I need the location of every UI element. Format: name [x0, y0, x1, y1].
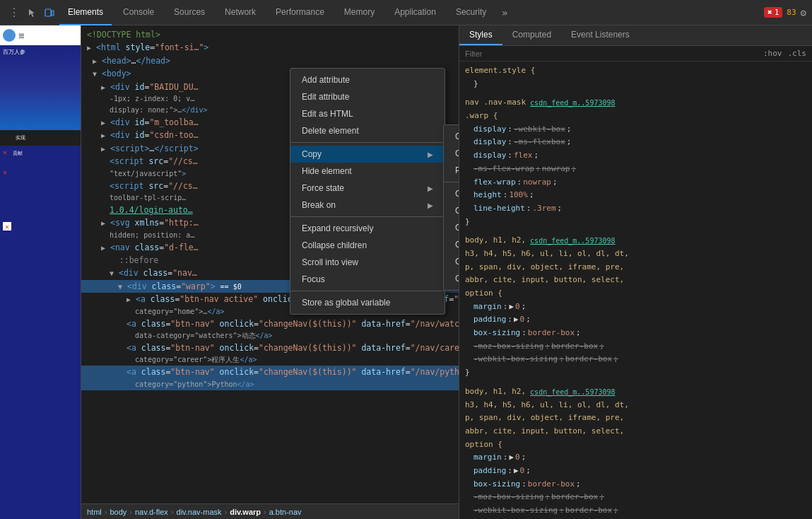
filter-cls-button[interactable]: .cls [788, 49, 807, 58]
tab-security[interactable]: Security [447, 0, 495, 25]
menu-expand-recursively[interactable]: Expand recursively [290, 220, 445, 237]
style-moz-box-sizing-2: -moz-box-sizing [465, 491, 543, 504]
filter-input[interactable] [465, 49, 758, 58]
breadcrumb-div-warp[interactable]: div.warp [230, 508, 261, 516]
menu-force-state[interactable]: Force state ▶ [290, 180, 445, 197]
device-icon[interactable] [42, 6, 57, 20]
dom-line: category="career">程序人生</a> [81, 354, 459, 366]
style-val-padding-2: 0 [520, 465, 525, 478]
tab-elements[interactable]: Elements [59, 0, 112, 25]
menu-scroll-into-view[interactable]: Scroll into view [290, 254, 445, 271]
warp-selector: .warp { [465, 110, 498, 123]
style-val-padding-1: 0 [520, 313, 525, 327]
submenu-copy: Cut element Copy element Paste element C… [443, 124, 459, 291]
main-layout: ≡ 百万人参 ✕ 实现 ✕ 贡献 ✕ <!DOCTYPE html> [0, 25, 812, 519]
style-val-margin-1: 0 [515, 301, 520, 314]
error-count: 1 [775, 8, 779, 17]
menu-focus[interactable]: Focus [290, 271, 445, 288]
menu-delete-element[interactable]: Delete element [290, 122, 445, 139]
dom-line: ▶ <head>…</head> [81, 54, 459, 67]
style-val-nowrap: nowrap [523, 176, 551, 189]
style-box-sizing-2: box-sizing [465, 478, 520, 491]
submenu-copy-full-xpath[interactable]: Copy full XPath [444, 270, 459, 287]
tab-event-listeners[interactable]: Event Listeners [561, 25, 640, 45]
filter-hov-button[interactable]: :hov [763, 49, 782, 58]
submenu-copy-xpath-label: Copy XPath [455, 257, 459, 267]
tab-console[interactable]: Console [114, 0, 163, 25]
submenu-paste-element[interactable]: Paste element [444, 162, 459, 179]
body-selector-1: body, h1, h2, [465, 234, 526, 247]
warning-count: 83 [787, 8, 796, 17]
submenu-copy-selector[interactable]: Copy selector [444, 202, 459, 219]
menu-edit-attribute[interactable]: Edit attribute [290, 88, 445, 105]
body-source-1[interactable]: csdn_feed_m..5973098 [530, 235, 615, 247]
menu-edit-attribute-label: Edit attribute [302, 92, 349, 102]
style-moz-box-sizing-1: -moz-box-sizing [465, 340, 543, 354]
nav-mask-selector: nav .nav-mask [465, 96, 526, 110]
menu-add-attribute[interactable]: Add attribute [290, 71, 445, 88]
styles-content[interactable]: element.style { } nav .nav-mask csdn_fee… [459, 62, 812, 519]
tab-computed[interactable]: Computed [502, 25, 561, 45]
context-menu: Add attribute Edit attribute Edit as HTM… [290, 68, 445, 315]
submenu-copy-styles-label: Copy styles [455, 240, 459, 250]
breadcrumb-div-nav-mask[interactable]: div.nav-mask [177, 508, 222, 516]
breadcrumb-body[interactable]: body [110, 508, 126, 516]
submenu-copy-element-label: Copy element [455, 148, 459, 158]
submenu-copy-selector-label: Copy selector [455, 206, 459, 216]
submenu-copy-outerhtml[interactable]: Copy outerHTML [444, 185, 459, 202]
breadcrumb-nav[interactable]: nav.d-flex [135, 508, 168, 516]
settings-gear-icon[interactable]: ⚙ [801, 7, 806, 18]
menu-force-state-label: Force state [302, 183, 344, 193]
filter-bar: :hov .cls [459, 46, 812, 62]
style-val-box-sizing-1: border-box [528, 327, 575, 340]
style-webkit-box-sizing-1: -webkit-box-sizing [465, 353, 558, 366]
element-style-selector: element.style { [465, 64, 535, 78]
submenu-copy-xpath[interactable]: Copy XPath [444, 253, 459, 270]
style-val-ms-nowrap: nowrap [542, 163, 570, 176]
style-webkit-box-sizing-2: -webkit-box-sizing [465, 504, 558, 518]
menu-hide-element[interactable]: Hide element [290, 163, 445, 180]
webpage-text: 百万人参 [0, 45, 81, 59]
style-block-nav-mask: nav .nav-mask csdn_feed_m..5973098 .warp… [465, 96, 806, 228]
tab-network[interactable]: Network [216, 0, 264, 25]
menu-separator-3 [290, 291, 445, 291]
dom-line: data-category="watchers">动态</a> [81, 330, 459, 342]
tab-memory[interactable]: Memory [336, 0, 383, 25]
tab-sources[interactable]: Sources [165, 0, 213, 25]
submenu-paste-element-label: Paste element [455, 165, 459, 175]
tab-performance[interactable]: Performance [267, 0, 333, 25]
menu-break-on[interactable]: Break on ▶ [290, 197, 445, 214]
dom-line: category="python">Python</a> [81, 379, 459, 390]
menu-separator-2 [290, 216, 445, 217]
submenu-cut-element[interactable]: Cut element [444, 128, 459, 145]
option-selector-2: option { [465, 438, 502, 452]
submenu-copy-element[interactable]: Copy element [444, 145, 459, 162]
tab-application[interactable]: Application [386, 0, 445, 25]
body-source-2[interactable]: csdn_feed_m..5973098 [530, 386, 615, 398]
webpage-preview: ≡ 百万人参 ✕ 实现 ✕ 贡献 ✕ [0, 25, 81, 519]
breadcrumb-a-btn-nav[interactable]: a.btn-nav [269, 508, 302, 516]
body-selector-cont-2: p, span, div, object, iframe, pre, [465, 261, 624, 274]
breadcrumb-html[interactable]: html [87, 508, 102, 516]
tab-styles[interactable]: Styles [459, 25, 502, 45]
submenu-copy-js-path[interactable]: Copy JS path [444, 219, 459, 236]
style-val-flex: flex [514, 149, 533, 163]
dom-panel: <!DOCTYPE html> ▶ <html style="font-si…"… [81, 25, 459, 519]
menu-edit-as-html[interactable]: Edit as HTML [290, 105, 445, 122]
cursor-icon[interactable] [25, 6, 40, 20]
body-selector-cont-5: p, span, div, object, iframe, pre, [465, 412, 624, 425]
menu-copy[interactable]: Copy ▶ [290, 146, 445, 163]
style-flex-wrap: flex-wrap [465, 176, 516, 189]
menu-collapse-children[interactable]: Collapse children [290, 237, 445, 254]
dom-line: ▶ <html style="font-si…"> [81, 41, 459, 54]
webpage-header: ≡ [0, 25, 81, 45]
menu-collapse-children-label: Collapse children [302, 240, 367, 250]
submenu-copy-styles[interactable]: Copy styles [444, 236, 459, 253]
style-val-height: 100% [509, 189, 528, 202]
more-tabs-icon[interactable]: » [498, 6, 512, 20]
style-val-margin-2: 0 [515, 451, 520, 465]
style-line-height: line-height [465, 202, 525, 216]
menu-store-global[interactable]: Store as global variable [290, 294, 445, 311]
nav-mask-source-link[interactable]: csdn_feed_m..5973098 [530, 97, 615, 109]
body-selector-cont-3: abbr, cite, input, button, select, [465, 274, 624, 287]
